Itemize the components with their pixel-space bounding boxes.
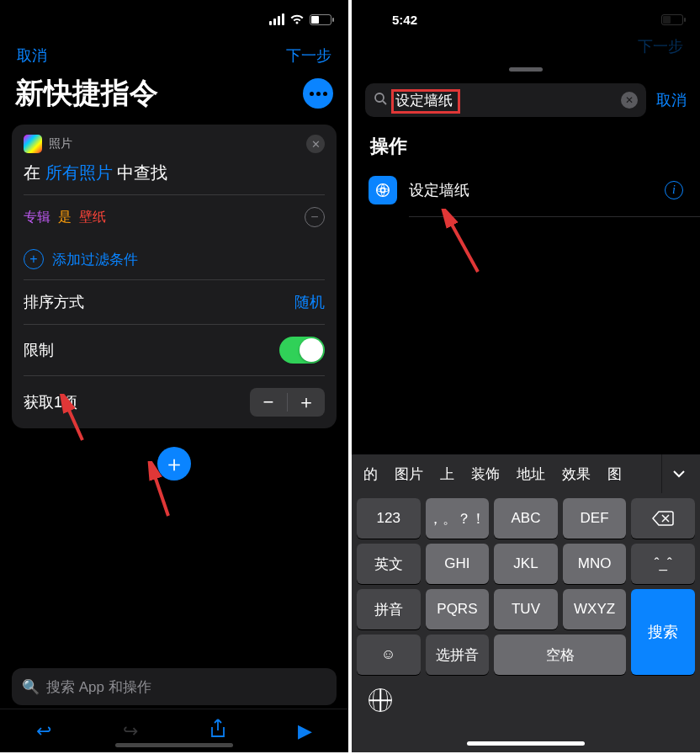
home-indicator (115, 743, 233, 747)
remove-filter-button[interactable]: − (305, 207, 325, 227)
cellular-icon (269, 13, 284, 25)
page-title-row: 新快捷指令 (0, 71, 348, 125)
candidate[interactable]: 效果 (562, 465, 591, 484)
card-header: 照片 ✕ (12, 125, 337, 157)
get-count-label: 获取1项 (24, 392, 77, 412)
home-indicator (467, 741, 585, 746)
wallpaper-action-icon (369, 176, 397, 204)
key-wxyz[interactable]: WXYZ (563, 589, 627, 629)
undo-button[interactable]: ↩ (36, 720, 51, 742)
key-backspace[interactable] (631, 498, 695, 539)
svg-point-5 (377, 184, 390, 197)
result-set-wallpaper[interactable]: 设定墙纸 i (352, 164, 700, 216)
key-pinyin[interactable]: 拼音 (357, 589, 421, 629)
section-title: 操作 (352, 125, 700, 164)
svg-point-3 (375, 93, 384, 102)
key-tuv[interactable]: TUV (494, 589, 558, 629)
battery-icon (661, 14, 683, 25)
wifi-icon (289, 13, 305, 25)
app-name-label: 照片 (49, 136, 300, 151)
next-button[interactable]: 下一步 (286, 45, 331, 66)
candidate[interactable]: 装饰 (471, 465, 500, 484)
search-input-value[interactable]: 设定墙纸 (394, 91, 614, 110)
filter-op[interactable]: 是 (58, 210, 72, 224)
key-search[interactable]: 搜索 (631, 589, 695, 675)
add-filter-button[interactable]: + 添加过滤条件 (12, 239, 337, 279)
globe-button[interactable] (369, 688, 392, 712)
key-jkl[interactable]: JKL (494, 544, 558, 584)
key-123[interactable]: 123 (357, 498, 421, 539)
next-button-dim: 下一步 (638, 36, 683, 56)
candidate[interactable]: 图 (607, 465, 622, 484)
key-ghi[interactable]: GHI (426, 544, 490, 584)
candidate[interactable]: 上 (440, 465, 454, 484)
search-icon: 🔍 (22, 678, 40, 696)
key-punct[interactable]: ，。？！ (426, 498, 490, 539)
candidate[interactable]: 的 (363, 465, 378, 484)
key-select-pinyin[interactable]: 选拼音 (426, 635, 490, 675)
filter-row[interactable]: 专辑 是 壁纸 − (12, 195, 337, 239)
status-bar (0, 0, 348, 39)
play-button[interactable]: ▶ (298, 720, 312, 742)
phone-right: 5:42 下一步 设定墙纸 ✕ 取消 操作 设定墙纸 i 的 图片 (352, 0, 700, 752)
filter-value[interactable]: 壁纸 (79, 210, 106, 224)
info-button[interactable]: i (665, 181, 683, 199)
sort-value[interactable]: 随机 (294, 292, 325, 312)
filter-field[interactable]: 专辑 (24, 210, 50, 224)
sort-label: 排序方式 (24, 292, 84, 312)
search-field[interactable]: 设定墙纸 ✕ (365, 83, 646, 117)
remove-action-button[interactable]: ✕ (306, 135, 325, 153)
find-scope-token[interactable]: 所有照片 (45, 163, 113, 182)
sheet-nav: 下一步 (352, 34, 700, 59)
clear-search-button[interactable]: ✕ (621, 92, 638, 109)
search-row: 设定墙纸 ✕ 取消 (352, 72, 700, 125)
key-grid: 123 ，。？！ ABC DEF 英文 GHI JKL MNO ˆ_ˆ 拼音 P… (352, 493, 700, 680)
candidate[interactable]: 图片 (395, 465, 423, 484)
search-apps-field[interactable]: 🔍 搜索 App 和操作 (12, 668, 337, 705)
find-line[interactable]: 在 所有照片 中查找 (12, 157, 337, 194)
photos-app-icon (24, 135, 42, 153)
key-def[interactable]: DEF (563, 498, 627, 539)
candidate-row: 的 图片 上 装饰 地址 效果 图 (352, 454, 700, 493)
key-mno[interactable]: MNO (563, 544, 627, 584)
limit-toggle[interactable] (279, 337, 325, 364)
key-abc[interactable]: ABC (494, 498, 558, 539)
sort-row[interactable]: 排序方式 随机 (12, 280, 337, 324)
expand-candidates-button[interactable] (661, 454, 695, 493)
key-space[interactable]: 空格 (494, 635, 626, 675)
stepper-plus[interactable]: ＋ (288, 388, 325, 417)
count-stepper[interactable]: − ＋ (250, 388, 325, 417)
redo-button[interactable]: ↪ (123, 720, 138, 742)
share-button[interactable] (209, 719, 226, 744)
search-placeholder: 搜索 App 和操作 (46, 677, 151, 697)
status-time: 5:42 (392, 13, 417, 27)
candidate[interactable]: 地址 (517, 465, 545, 484)
key-emoji[interactable]: ☺ (357, 635, 421, 675)
cancel-button[interactable]: 取消 (17, 45, 47, 66)
phone-left: 取消 下一步 新快捷指令 照片 ✕ 在 所有照片 中查找 专辑 是 壁纸 − + (0, 0, 348, 752)
page-title: 新快捷指令 (15, 74, 158, 113)
key-pqrs[interactable]: PQRS (426, 589, 490, 629)
get-count-row: 获取1项 − ＋ (12, 376, 337, 428)
key-reinput[interactable]: ˆ_ˆ (631, 544, 695, 584)
add-action-button[interactable]: ＋ (157, 447, 191, 481)
limit-row: 限制 (12, 325, 337, 375)
action-card: 照片 ✕ 在 所有照片 中查找 专辑 是 壁纸 − + 添加过滤条件 排序方式 … (12, 125, 337, 428)
svg-line-8 (446, 214, 478, 272)
cancel-search-button[interactable]: 取消 (656, 90, 687, 110)
annotation-arrow (436, 209, 486, 276)
key-english[interactable]: 英文 (357, 544, 421, 584)
plus-circle-icon: + (24, 249, 44, 269)
svg-line-4 (383, 101, 386, 104)
keyboard: 的 图片 上 装饰 地址 效果 图 123 ，。？！ ABC DEF 英文 GH… (352, 454, 700, 752)
globe-row (352, 680, 700, 712)
search-icon (374, 92, 387, 109)
nav-bar: 取消 下一步 (0, 39, 348, 71)
battery-icon (310, 14, 331, 25)
limit-label: 限制 (24, 340, 54, 360)
more-button[interactable] (303, 78, 333, 109)
result-label: 设定墙纸 (409, 180, 653, 200)
stepper-minus[interactable]: − (250, 388, 287, 417)
